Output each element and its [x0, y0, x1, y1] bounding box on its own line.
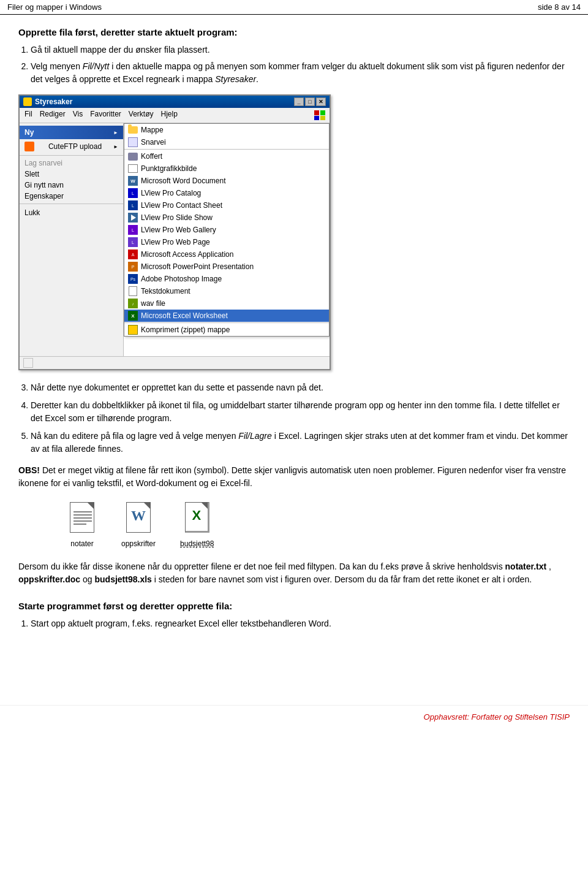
- menu-fil[interactable]: Fil: [21, 109, 36, 122]
- obs-paragraph: OBS! Det er meget viktig at filene får r…: [18, 464, 570, 490]
- win-statusbar: [20, 356, 330, 369]
- submenu-wav[interactable]: ♪ wav file: [124, 297, 329, 310]
- submenu-lview-web-gallery[interactable]: L LView Pro Web Gallery: [124, 224, 329, 236]
- submenu-koffert[interactable]: Koffert: [124, 150, 329, 162]
- menu-item-egenskaper[interactable]: Egenskaper: [20, 191, 123, 202]
- bold-notater-txt: notater.txt: [505, 562, 547, 571]
- close-button[interactable]: ✕: [316, 97, 326, 106]
- lview-page-icon: L: [128, 237, 138, 247]
- header-title: Filer og mapper i Windows: [7, 2, 102, 12]
- svg-rect-3: [320, 116, 325, 120]
- obs-text: Det er meget viktig at filene får rett i…: [18, 465, 566, 488]
- menu-rediger[interactable]: Rediger: [36, 109, 69, 122]
- minimize-button[interactable]: _: [294, 97, 304, 106]
- step-3: Når dette nye dokumentet er opprettet ka…: [31, 381, 570, 394]
- notater-icon: [67, 502, 97, 536]
- submenu-snarvei[interactable]: Snarvei: [124, 136, 329, 148]
- left-menu-panel: Ny ► CuteFTP upload ► Lag snarvei Slett …: [20, 123, 124, 356]
- page-header: Filer og mapper i Windows side 8 av 14: [0, 0, 588, 15]
- section2-step-1: Start opp aktuelt program, f.eks. regnea…: [31, 617, 570, 630]
- lview-slide-icon: [128, 213, 138, 223]
- lview-catalog-icon: L: [128, 188, 138, 198]
- menu-favoritter[interactable]: Favoritter: [86, 109, 125, 122]
- ny-label: Ny: [24, 128, 34, 137]
- menu-item-lag-snarvei: Lag snarvei: [20, 158, 123, 169]
- section2-heading: Starte programmet først og deretter oppr…: [18, 601, 570, 611]
- submenu-lview-contact[interactable]: L LView Pro Contact Sheet: [124, 199, 329, 211]
- menu-item-lukk[interactable]: Lukk: [20, 207, 123, 219]
- access-icon: A: [128, 249, 138, 259]
- submenu-lview-web-page[interactable]: L LView Pro Web Page: [124, 236, 329, 248]
- submenu-photoshop[interactable]: Ps Adobe Photoshop Image: [124, 273, 329, 285]
- submenu-excel[interactable]: X Microsoft Excel Worksheet: [124, 310, 329, 322]
- cuteftp-icon: [24, 142, 34, 151]
- text-icon: [128, 286, 138, 296]
- win-menubar: Fil Rediger Vis Favoritter Verktøy Hjelp: [20, 108, 330, 123]
- wav-icon: ♪: [128, 299, 138, 308]
- footnote-paragraph: Dersom du ikke får disse ikonene når du …: [18, 560, 570, 586]
- cuteftp-label: CuteFTP upload: [48, 142, 102, 151]
- win-titlebar: Styresaker _ □ ✕: [20, 96, 330, 108]
- menu-item-cuteftp[interactable]: CuteFTP upload ►: [20, 140, 123, 153]
- word-icon: W: [128, 176, 138, 186]
- briefcase-icon: [128, 151, 138, 161]
- icon-item-oppskrifter: W oppskrifter: [121, 502, 156, 548]
- lview-gallery-icon: L: [128, 225, 138, 235]
- bold-oppskrifter-doc: oppskrifter.doc: [18, 574, 80, 584]
- step-1: Gå til aktuell mappe der du ønsker fila …: [31, 44, 570, 56]
- budsjett98-label: budsjett98: [180, 539, 214, 548]
- titlebar-icon: [23, 97, 32, 106]
- zip-icon: [128, 325, 138, 335]
- maximize-button[interactable]: □: [305, 97, 315, 106]
- photoshop-icon: Ps: [128, 274, 138, 284]
- menu-verktoy[interactable]: Verktøy: [125, 109, 157, 122]
- titlebar-text: Styresaker: [35, 97, 72, 106]
- powerpoint-icon: P: [128, 262, 138, 272]
- svg-rect-2: [314, 116, 319, 120]
- menu-divider-2: [20, 204, 123, 204]
- budsjett98-icon: X: [183, 502, 212, 536]
- menu-item-slett[interactable]: Slett: [20, 169, 123, 180]
- winxp-screenshot: Styresaker _ □ ✕ Fil Rediger Vis Favorit…: [18, 94, 331, 370]
- bitmap-icon: [128, 164, 138, 173]
- submenu-lview-slide[interactable]: LView Pro Slide Show: [124, 211, 329, 224]
- submenu-lview-catalog[interactable]: L LView Pro Catalog: [124, 187, 329, 199]
- submenu-zip[interactable]: Komprimert (zippet) mappe: [124, 324, 329, 336]
- submenu-powerpoint[interactable]: P Microsoft PowerPoint Presentation: [124, 261, 329, 273]
- photoshop-label: Adobe Photoshop Image: [141, 275, 222, 283]
- new-submenu: Mappe Snarvei Koffert: [124, 123, 330, 337]
- win-body: Ny ► CuteFTP upload ► Lag snarvei Slett …: [20, 123, 330, 356]
- step-4: Deretter kan du dobbeltklikker på ikonet…: [31, 399, 570, 425]
- windows-logo-icon: [314, 110, 326, 121]
- menu-vis[interactable]: Vis: [69, 109, 86, 122]
- cuteftp-arrow-icon: ►: [113, 144, 118, 150]
- footer-text: Opphavsrett: Forfatter og Stiftelsen TIS…: [424, 712, 570, 722]
- submenu-access[interactable]: A Microsoft Access Application: [124, 248, 329, 261]
- icon-item-budsjett98: X budsjett98: [180, 502, 214, 548]
- folder-icon: [128, 125, 138, 135]
- step-2: Velg menyen Fil/Nytt i den aktuelle mapp…: [31, 60, 570, 86]
- excel-icon: X: [128, 311, 138, 321]
- submenu-word-doc[interactable]: W Microsoft Word Document: [124, 175, 329, 187]
- status-text: [37, 358, 326, 368]
- ny-arrow-icon: ►: [113, 130, 118, 135]
- right-panel: Mappe Snarvei Koffert: [124, 123, 330, 356]
- shortcut-icon: [128, 137, 138, 147]
- page-number: side 8 av 14: [538, 2, 581, 12]
- svg-rect-1: [320, 110, 325, 115]
- icons-display: notater W oppskrifter X budsjett98: [67, 502, 570, 548]
- submenu-tekstdokument[interactable]: Tekstdokument: [124, 285, 329, 297]
- submenu-mappe[interactable]: Mappe: [124, 124, 329, 136]
- menu-item-gi-nytt-navn[interactable]: Gi nytt navn: [20, 180, 123, 191]
- lview-contact-icon: L: [128, 200, 138, 210]
- titlebar-buttons: _ □ ✕: [294, 97, 326, 106]
- menu-divider-1: [20, 155, 123, 156]
- submenu-punktgrafikkbilde[interactable]: Punktgrafikkbilde: [124, 162, 329, 175]
- icon-item-notater: notater: [67, 502, 97, 548]
- bold-budsjett-xls: budsjett98.xls: [95, 574, 152, 584]
- section1-heading: Opprette fila først, deretter starte akt…: [18, 27, 570, 37]
- svg-rect-0: [314, 110, 319, 115]
- menu-item-ny[interactable]: Ny ►: [20, 126, 123, 139]
- menu-hjelp[interactable]: Hjelp: [157, 109, 181, 122]
- obs-label: OBS!: [18, 465, 40, 475]
